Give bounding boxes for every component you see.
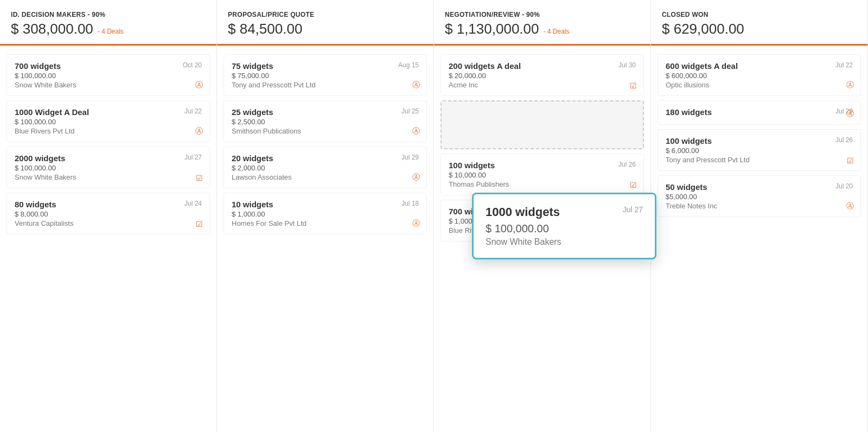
card-amount: $ 1,000.00 [232,210,419,218]
card-amount: $ 600,000.00 [666,72,853,80]
column-header-proposal-price-quote: PROPOSAL/PRICE QUOTE$ 84,500.00 [217,11,433,46]
card-company: Tony and Presscott Pvt Ltd [232,81,419,89]
deal-card[interactable]: 80 widgetsJul 24$ 8,000.00Ventura Capita… [7,193,210,234]
card-amount: $ 10,000.00 [449,171,636,179]
deal-card[interactable]: 180 widgetsJul 29Ⓐ [658,100,861,125]
deal-card[interactable]: 700 widgetsOct 20$ 100,000.00Snow White … [7,54,210,96]
card-title: 10 widgets [232,200,419,209]
card-title: 100 widgets [666,136,853,145]
card-title: 1000 Widget A Deal [15,107,202,117]
card-title: 180 widgets [666,107,853,117]
card-amount: $ 2,000.00 [232,164,419,172]
card-date: Jul 18 [401,200,419,207]
column-title: CLOSED WON [662,11,857,18]
warning-icon: Ⓐ [412,219,420,228]
card-company: Tony and Presscott Pvt Ltd [666,156,853,164]
card-company: Thomas Publishers [449,180,636,188]
deal-card[interactable]: 100 widgetsJul 26$ 10,000.00Thomas Publi… [441,154,644,195]
card-date: Aug 15 [398,61,419,69]
column-amount: $ 629,000.00 [662,21,744,37]
deal-card[interactable]: 20 widgetsJul 29$ 2,000.00Lawson Associa… [224,147,427,188]
card-company: Lawson Associates [232,173,419,181]
deal-card[interactable]: 10 widgetsJul 18$ 1,000.00Homes For Sale… [224,193,427,234]
deal-card[interactable]: 100 widgetsJul 26$ 6,000.00Tony and Pres… [658,129,861,171]
card-amount: $ 100,000.00 [15,118,202,126]
column-header-negotiation-review: NEGOTIATION/REVIEW - 90%$ 1,130,000.00- … [434,11,650,46]
card-amount: $ 2,500.00 [232,118,419,126]
card-title: 2000 widgets [15,154,202,163]
card-date: Jul 27 [184,154,202,161]
dragging-card[interactable]: 1000 widgetsJul 27$ 100,000.00Snow White… [472,193,656,259]
card-company: Snow White Bakers [15,81,202,89]
card-date: Oct 20 [183,61,202,69]
warning-icon: Ⓐ [846,109,854,119]
card-title: 600 widgets A deal [666,61,853,71]
card-date: Jul 22 [835,61,853,69]
card-title: 80 widgets [15,200,202,209]
column-title: PROPOSAL/PRICE QUOTE [228,11,423,18]
column-proposal-price-quote: PROPOSAL/PRICE QUOTE$ 84,500.0075 widget… [217,0,434,432]
warning-icon: Ⓐ [412,173,420,182]
warning-icon: Ⓐ [846,80,854,90]
card-title: 100 widgets [449,161,636,170]
dragging-card-company: Snow White Bakers [486,237,643,247]
card-company: Homes For Sale Pvt Ltd [232,219,419,227]
column-closed-won: CLOSED WON$ 629,000.00600 widgets A deal… [651,0,868,432]
card-company: Acme Inc [449,81,636,89]
card-amount: $ 20,000.00 [449,72,636,80]
column-amount: $ 308,000.00 [11,21,93,37]
card-company: Optic illusions [666,81,853,89]
card-company: Snow White Bakers [15,173,202,181]
deal-card[interactable]: 2000 widgetsJul 27$ 100,000.00Snow White… [7,147,210,188]
warning-icon: Ⓐ [195,80,203,90]
warning-icon: Ⓐ [412,80,420,90]
column-title: NEGOTIATION/REVIEW - 90% [445,11,640,18]
card-company: Ventura Capitalists [15,219,202,227]
card-date: Jul 26 [835,136,853,144]
check-icon: ☑ [847,156,854,165]
deals-count: - 4 Deals [544,28,570,35]
card-date: Jul 30 [618,61,636,69]
deal-card[interactable]: 75 widgetsAug 15$ 75,000.00Tony and Pres… [224,54,427,96]
card-amount: $ 6,000.00 [666,147,853,155]
card-amount: $ 100,000.00 [15,164,202,172]
card-amount: $ 75,000.00 [232,72,419,80]
kanban-board: ID. DECISION MAKERS - 90%$ 308,000.00- 4… [0,0,868,432]
warning-icon: Ⓐ [195,126,203,136]
card-date: Jul 25 [401,107,419,115]
card-amount: $ 100,000.00 [15,72,202,80]
card-title: 700 widgets [15,61,202,71]
card-amount: $ 8,000.00 [15,210,202,218]
card-title: 50 widgets [666,182,853,192]
card-date: Jul 26 [618,161,636,168]
column-amount: $ 84,500.00 [228,21,302,37]
card-title: 75 widgets [232,61,419,71]
card-title: 20 widgets [232,154,419,163]
check-icon: ☑ [196,220,203,228]
check-icon: ☑ [630,81,637,90]
warning-icon: Ⓐ [412,126,420,136]
deal-card[interactable]: 600 widgets A dealJul 22$ 600,000.00Opti… [658,54,861,96]
dragging-card-amount: $ 100,000.00 [486,223,643,235]
deal-card[interactable]: 1000 Widget A DealJul 22$ 100,000.00Blue… [7,100,210,142]
card-company: Blue Rivers Pvt Ltd [15,127,202,135]
deal-card[interactable]: 50 widgetsJul 20$5,000.00Treble Notes In… [658,175,861,217]
card-date: Jul 29 [401,154,419,161]
column-header-closed-won: CLOSED WON$ 629,000.00 [651,11,867,46]
warning-icon: Ⓐ [846,201,854,211]
card-date: Jul 20 [835,182,853,190]
card-title: 200 widgets A deal [449,61,636,71]
column-header-id-decision-makers: ID. DECISION MAKERS - 90%$ 308,000.00- 4… [0,11,216,46]
card-date: Jul 24 [184,200,202,207]
dragging-card-date: Jul 27 [623,205,643,214]
column-amount: $ 1,130,000.00 [445,21,539,37]
deal-card[interactable]: 25 widgetsJul 25$ 2,500.00Smithson Publi… [224,100,427,142]
card-placeholder [441,100,644,149]
card-company: Smithson Publications [232,127,419,135]
card-title: 25 widgets [232,107,419,117]
deals-count: - 4 Deals [98,28,124,35]
dragging-card-title: 1000 widgets [486,205,643,219]
column-id-decision-makers: ID. DECISION MAKERS - 90%$ 308,000.00- 4… [0,0,217,432]
deal-card[interactable]: 200 widgets A dealJul 30$ 20,000.00Acme … [441,54,644,96]
check-icon: ☑ [196,174,203,182]
